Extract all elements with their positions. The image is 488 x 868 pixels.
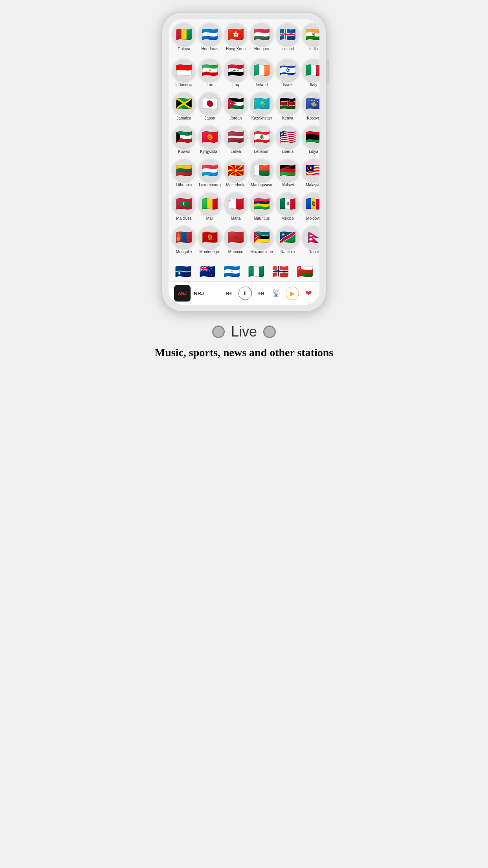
flag-item[interactable]: 🇲🇿 Mozambique — [250, 224, 274, 256]
flag-item[interactable]: 🇽🇰 Kosovo — [301, 90, 319, 122]
station-logo-text: NRJ — [178, 291, 187, 296]
flag-label: Liberia — [282, 149, 294, 154]
flag-item[interactable]: 🇭🇰 Hong Kong — [224, 21, 248, 53]
flag-label: Moldova — [306, 216, 319, 221]
flag-item[interactable]: 🇲🇰 Macedonia — [224, 157, 248, 189]
flag-label: Malawi — [281, 183, 294, 188]
flag-label: India — [309, 47, 318, 51]
flag-item[interactable]: 🇮🇸 Iceland — [275, 21, 300, 53]
flag-label: Italy — [310, 83, 317, 87]
flag-label: Ireland — [256, 83, 268, 87]
flag-circle: 🇳🇵 — [302, 226, 319, 248]
player-bar: NRJ NRJ ⏮ ⏸ ⏭ 📡 ▶ ❤ — [169, 281, 319, 305]
flag-circle: 🇱🇷 — [276, 125, 299, 148]
flag-circle: 🇮🇩 — [172, 59, 195, 81]
flag-circle: 🇲🇱 — [198, 192, 221, 215]
flag-item[interactable]: 🇲🇱 Mali — [198, 191, 222, 223]
flag-item[interactable]: 🇮🇪 Ireland — [250, 57, 274, 89]
flag-item[interactable]: 🇯🇲 Jamaica — [172, 90, 196, 122]
flag-item[interactable]: 🇰🇬 Kyrgyzstan — [198, 124, 222, 156]
flag-label: Iceland — [281, 47, 294, 51]
flag-circle: 🇯🇴 — [224, 92, 247, 115]
prev-button[interactable]: ⏮ — [224, 288, 235, 299]
flag-item[interactable]: 🇮🇶 Iraq — [224, 57, 248, 89]
flag-circle: 🇲🇾 — [302, 159, 319, 182]
flag-label: Malaysia — [306, 183, 319, 188]
pause-button[interactable]: ⏸ — [238, 287, 252, 300]
flag-item[interactable]: 🇲🇦 Morocco — [224, 224, 248, 256]
flag-item-partial[interactable]: 🇳🇿 — [196, 260, 219, 281]
favorite-button[interactable]: ❤ — [303, 288, 314, 299]
flag-item[interactable]: 🇮🇩 Indonesia — [172, 57, 196, 89]
flag-item[interactable]: 🇳🇵 Nepal — [301, 224, 319, 256]
flag-label: Madagascar — [251, 183, 272, 188]
flag-circle-partial: 🇳🇿 — [196, 260, 219, 281]
flag-label: Kazakhstan — [251, 116, 272, 121]
flag-item-partial[interactable]: 🇳🇬 — [245, 260, 268, 281]
flag-item[interactable]: 🇱🇻 Latvia — [224, 124, 248, 156]
flag-item[interactable]: 🇭🇺 Hungary — [250, 21, 274, 53]
flag-circle: 🇱🇹 — [172, 159, 195, 182]
flag-circle: 🇲🇩 — [302, 192, 319, 215]
flag-circle: 🇮🇶 — [224, 59, 247, 81]
flag-item-partial[interactable]: 🇳🇮 — [220, 260, 243, 281]
flag-item[interactable]: 🇱🇧 Lebanon — [250, 124, 274, 156]
flag-item[interactable]: 🇰🇼 Kuwait — [172, 124, 196, 156]
phone-frame: 🇬🇳 Guinea 🇭🇳 Honduras 🇭🇰 Hong Kong 🇭🇺 Hu… — [161, 12, 327, 312]
flag-item[interactable]: 🇮🇹 Italy — [301, 57, 319, 89]
flag-item-partial[interactable]: 🇳🇴 — [269, 260, 292, 281]
flag-item[interactable]: 🇲🇼 Malawi — [275, 157, 300, 189]
flag-item[interactable]: 🇰🇪 Kenya — [275, 90, 300, 122]
promo-section: Live Music, sports, news and other stati… — [139, 324, 349, 360]
flag-circle: 🇲🇽 — [276, 192, 299, 215]
flag-label: Maldives — [176, 216, 191, 221]
flag-item[interactable]: 🇰🇿 Kazakhstan — [250, 90, 274, 122]
flag-item[interactable]: 🇭🇳 Honduras — [198, 21, 222, 53]
flag-item[interactable]: 🇲🇽 Mexico — [275, 191, 300, 223]
flag-item[interactable]: 🇲🇾 Malaysia — [301, 157, 319, 189]
play-button[interactable]: ▶ — [286, 287, 299, 300]
flag-circle: 🇲🇿 — [250, 226, 273, 248]
flag-label: Mali — [206, 216, 213, 221]
flag-circle: 🇬🇳 — [172, 23, 195, 46]
flag-circle: 🇯🇲 — [172, 92, 195, 115]
next-button[interactable]: ⏭ — [256, 288, 267, 299]
flag-item[interactable]: 🇳🇦 Namibia — [275, 224, 300, 256]
bottom-partial-row: 🇳🇷 🇳🇿 🇳🇮 🇳🇬 🇳🇴 🇴🇲 — [169, 260, 319, 281]
flag-label: Guinea — [178, 47, 190, 51]
flag-item-partial[interactable]: 🇳🇷 — [172, 260, 194, 281]
flag-circle-partial: 🇳🇷 — [172, 260, 194, 281]
flag-item[interactable]: 🇱🇷 Liberia — [275, 124, 300, 156]
flag-circle: 🇮🇪 — [250, 59, 273, 81]
flag-item[interactable]: 🇱🇺 Luxembourg — [198, 157, 222, 189]
cast-button[interactable]: 📡 — [271, 288, 282, 299]
flag-circle: 🇮🇱 — [276, 59, 299, 81]
flag-item[interactable]: 🇲🇪 Montenegro — [198, 224, 222, 256]
flag-item[interactable]: 🇲🇹 Malta — [224, 191, 248, 223]
flag-circle: 🇭🇰 — [224, 23, 247, 46]
flag-item-partial[interactable]: 🇴🇲 — [294, 260, 316, 281]
flag-item[interactable]: 🇱🇹 Lithuania — [172, 157, 196, 189]
flag-label: Mongolia — [176, 250, 192, 254]
flag-label: Luxembourg — [199, 183, 221, 188]
flag-label: Israël — [283, 83, 292, 87]
flag-item[interactable]: 🇲🇻 Maldives — [172, 191, 196, 223]
flag-circle: 🇭🇳 — [198, 23, 221, 46]
flag-item[interactable]: 🇮🇱 Israël — [275, 57, 300, 89]
flag-label: Macedonia — [226, 183, 246, 188]
radio-icon-right — [263, 326, 276, 338]
flag-label: Kosovo — [307, 116, 319, 121]
flag-item[interactable]: 🇯🇵 Japan — [198, 90, 222, 122]
flag-label: Iran — [206, 83, 213, 87]
flag-item[interactable]: 🇲🇩 Moldova — [301, 191, 319, 223]
flag-label: Hong Kong — [226, 47, 246, 51]
flag-item[interactable]: 🇱🇾 Libya — [301, 124, 319, 156]
flag-item[interactable]: 🇮🇳 India — [301, 21, 319, 53]
flag-item[interactable]: 🇬🇳 Guinea — [172, 21, 196, 53]
flag-item[interactable]: 🇲🇳 Mongolia — [172, 224, 196, 256]
flag-item[interactable]: 🇮🇷 Iran — [198, 57, 222, 89]
flag-circle-partial: 🇴🇲 — [294, 260, 316, 281]
flag-item[interactable]: 🇯🇴 Jordan — [224, 90, 248, 122]
flag-item[interactable]: 🇲🇬 Madagascar — [250, 157, 274, 189]
flag-item[interactable]: 🇲🇺 Mauritius — [250, 191, 274, 223]
